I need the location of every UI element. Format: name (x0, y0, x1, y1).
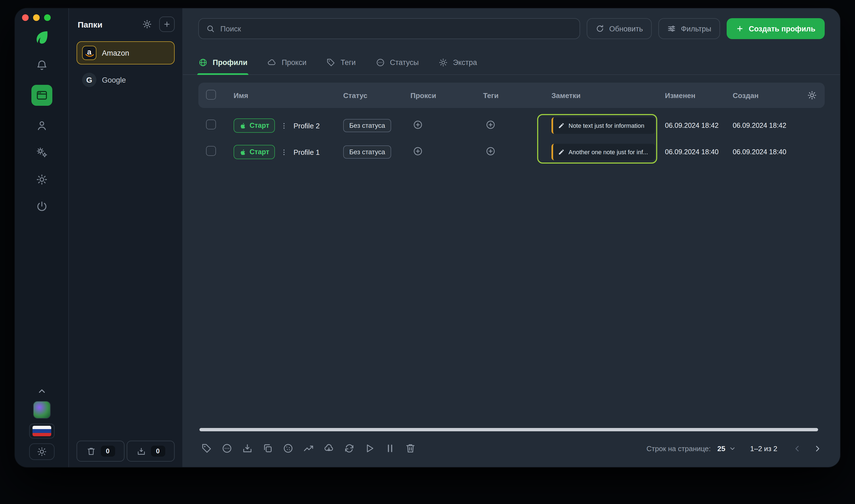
fullscreen-window-button[interactable] (44, 14, 51, 21)
settings-nav-button[interactable] (34, 173, 49, 187)
filters-label: Фильтры (681, 24, 711, 33)
row-menu-button[interactable] (280, 148, 288, 156)
plus-circle-icon (485, 146, 496, 156)
table-body: Старт Profile 2 Без статуса Note text (198, 112, 825, 428)
minimize-window-button[interactable] (33, 14, 40, 21)
logout-button[interactable] (34, 199, 49, 214)
trash-icon (86, 447, 95, 456)
folder-item-amazon[interactable]: a Amazon (76, 41, 175, 65)
gear-icon (36, 174, 48, 186)
refresh-icon (595, 24, 604, 33)
start-profile-button[interactable]: Старт (234, 145, 274, 159)
search-box[interactable] (198, 18, 580, 39)
column-header-status: Статус (334, 91, 402, 100)
next-page-button[interactable] (809, 440, 825, 456)
gear-icon (439, 57, 448, 67)
table-row: Старт Profile 2 Без статуса Note text (198, 112, 825, 139)
row-checkbox[interactable] (206, 120, 216, 129)
power-icon (36, 200, 48, 213)
play-icon (364, 443, 375, 454)
person-icon (36, 120, 48, 132)
rail-bottom (29, 386, 54, 460)
add-tag-button[interactable] (485, 119, 496, 130)
table-header: Имя Статус Прокси Теги Заметки Изменен С… (198, 83, 825, 108)
bell-icon (36, 59, 48, 71)
tab-proxies[interactable]: Прокси (267, 50, 306, 74)
language-switcher-button[interactable] (29, 424, 54, 438)
accounts-nav-button[interactable] (34, 119, 49, 133)
profile-name[interactable]: Profile 2 (293, 122, 320, 130)
add-proxy-button[interactable] (413, 146, 423, 156)
note-chip[interactable]: Another one note just for inf... (551, 144, 655, 160)
horizontal-scrollbar[interactable] (199, 428, 818, 431)
add-proxy-button[interactable] (413, 119, 423, 130)
modified-date: 06.09.2024 18:40 (656, 148, 724, 156)
pencil-icon (558, 149, 565, 155)
close-window-button[interactable] (22, 14, 29, 21)
notifications-button[interactable] (34, 58, 49, 72)
transfer-button[interactable] (300, 440, 317, 457)
tabs: Профили Прокси Теги Статусы Экстра (183, 50, 840, 75)
collapse-sidebar-button[interactable] (37, 386, 47, 396)
column-header-created: Создан (724, 91, 796, 100)
rows-per-page-select[interactable]: 25 (717, 444, 736, 452)
refresh-button[interactable]: Обновить (587, 18, 652, 39)
filters-button[interactable]: Фильтры (658, 18, 720, 39)
app-logo-leaf-icon (33, 29, 50, 46)
archive-folder-button[interactable]: 0 (127, 440, 175, 462)
set-status-button[interactable] (219, 440, 235, 457)
tab-tags[interactable]: Теги (326, 50, 356, 74)
tab-label: Теги (341, 58, 356, 66)
create-profile-button[interactable]: Создать профиль (727, 18, 825, 39)
apple-icon (239, 122, 246, 129)
start-label: Старт (250, 122, 269, 129)
tab-statuses[interactable]: Статусы (375, 50, 419, 74)
delete-selected-button[interactable] (402, 440, 419, 457)
gear-icon (142, 19, 152, 29)
profiles-nav-button[interactable] (31, 85, 52, 106)
search-input[interactable] (220, 24, 572, 33)
tag-icon (326, 57, 336, 67)
apple-icon (239, 148, 246, 156)
pause-selected-button[interactable] (382, 440, 398, 457)
status-badge[interactable]: Без статуса (343, 119, 391, 132)
start-profile-button[interactable]: Старт (234, 119, 274, 133)
folders-header: Папки (76, 16, 175, 33)
select-all-checkbox[interactable] (206, 90, 216, 100)
automation-nav-button[interactable] (34, 145, 49, 160)
start-selected-button[interactable] (361, 440, 378, 457)
modified-date: 06.09.2024 18:42 (656, 122, 724, 129)
note-chip[interactable]: Note text just for information (551, 117, 655, 134)
update-button[interactable] (341, 440, 358, 457)
tab-extra[interactable]: Экстра (439, 50, 477, 74)
set-tags-button[interactable] (198, 440, 215, 457)
profile-name[interactable]: Profile 1 (293, 148, 320, 156)
trash-folder-button[interactable]: 0 (76, 440, 125, 462)
row-menu-button[interactable] (280, 122, 288, 130)
create-profile-label: Создать профиль (749, 24, 815, 33)
add-tag-button[interactable] (485, 146, 496, 156)
archive-count-badge: 0 (151, 446, 165, 457)
google-folder-icon: G (82, 73, 96, 87)
folders-settings-button[interactable] (139, 17, 155, 32)
chevron-left-icon (792, 444, 802, 453)
column-settings-button[interactable] (807, 90, 825, 100)
cloud-sync-button[interactable] (321, 440, 337, 457)
add-folder-button[interactable] (159, 17, 175, 32)
kebab-icon (280, 148, 288, 156)
prev-page-button[interactable] (789, 440, 805, 456)
status-badge[interactable]: Без статуса (343, 145, 391, 159)
duplicate-button[interactable] (260, 440, 276, 457)
cloud-icon (267, 57, 277, 67)
cookies-button[interactable] (280, 440, 297, 457)
tab-profiles[interactable]: Профили (198, 50, 247, 74)
bulk-actions-toolbar: Строк на странице: 25 1–2 из 2 (198, 436, 825, 461)
folder-item-google[interactable]: G Google (76, 68, 175, 91)
refresh-label: Обновить (609, 24, 643, 33)
filters-icon (667, 24, 676, 33)
theme-toggle-button[interactable] (29, 444, 54, 460)
row-checkbox[interactable] (206, 146, 216, 156)
left-rail (15, 8, 69, 467)
avatar[interactable] (33, 401, 50, 419)
export-button[interactable] (239, 440, 256, 457)
